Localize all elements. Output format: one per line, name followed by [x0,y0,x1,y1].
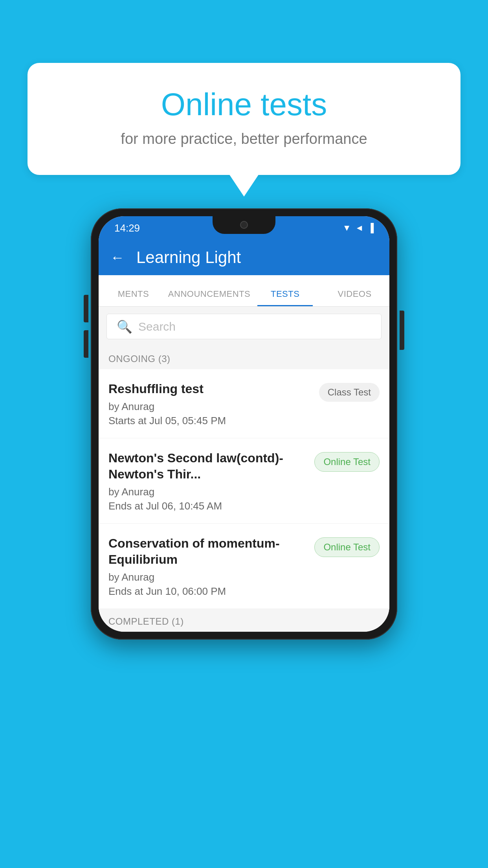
test-badge: Online Test [314,537,380,557]
volume-up-button [84,295,88,322]
speech-bubble-container: Online tests for more practice, better p… [28,63,460,175]
tab-announcements[interactable]: ANNOUNCEMENTS [168,289,250,306]
tab-tests[interactable]: TESTS [250,289,320,306]
test-list: Reshuffling test by Anurag Starts at Jul… [99,369,389,609]
completed-section-label: COMPLETED (1) [99,609,389,632]
phone-frame: 14:29 ▼ ◄ ▐ ← Learning Light MENTS [91,208,397,640]
phone-mockup: 14:29 ▼ ◄ ▐ ← Learning Light MENTS [91,208,397,640]
test-name: Reshuffling test [108,381,311,397]
test-date: Ends at Jun 10, 06:00 PM [108,585,306,598]
wifi-icon: ▼ [343,223,351,233]
status-bar: 14:29 ▼ ◄ ▐ [99,216,389,240]
test-badge: Online Test [314,452,380,472]
phone-screen: 14:29 ▼ ◄ ▐ ← Learning Light MENTS [99,216,389,632]
battery-icon: ▐ [367,223,374,233]
test-item[interactable]: Conservation of momentum-Equilibrium by … [99,524,389,609]
test-date: Starts at Jul 05, 05:45 PM [108,415,311,427]
notch [213,216,275,234]
tabs-bar: MENTS ANNOUNCEMENTS TESTS VIDEOS [99,275,389,307]
volume-down-button [84,330,88,358]
test-info: Conservation of momentum-Equilibrium by … [108,535,314,598]
app-header: ← Learning Light [99,240,389,275]
bubble-title: Online tests [59,86,429,123]
search-input[interactable]: Search [138,320,176,333]
test-item[interactable]: Reshuffling test by Anurag Starts at Jul… [99,369,389,438]
test-name: Newton's Second law(contd)-Newton's Thir… [108,450,306,483]
camera-icon [240,221,248,229]
search-bar[interactable]: 🔍 Search [106,314,382,339]
test-info: Newton's Second law(contd)-Newton's Thir… [108,450,314,512]
status-time: 14:29 [114,222,140,234]
test-author: by Anurag [108,401,311,413]
tab-videos[interactable]: VIDEOS [320,289,389,306]
test-author: by Anurag [108,571,306,583]
tab-assignments[interactable]: MENTS [99,289,168,306]
search-icon: 🔍 [117,319,132,334]
speech-bubble: Online tests for more practice, better p… [28,63,460,175]
ongoing-section-label: ONGOING (3) [99,346,389,369]
search-container: 🔍 Search [99,307,389,346]
test-name: Conservation of momentum-Equilibrium [108,535,306,568]
back-button[interactable]: ← [110,249,125,266]
app-title: Learning Light [136,248,241,267]
test-info: Reshuffling test by Anurag Starts at Jul… [108,381,319,427]
test-item[interactable]: Newton's Second law(contd)-Newton's Thir… [99,438,389,524]
power-button [400,311,404,350]
test-badge: Class Test [319,383,380,402]
test-date: Ends at Jul 06, 10:45 AM [108,500,306,512]
signal-icon: ◄ [355,223,364,233]
bubble-subtitle: for more practice, better performance [59,131,429,147]
test-author: by Anurag [108,486,306,498]
status-icons: ▼ ◄ ▐ [343,223,374,233]
